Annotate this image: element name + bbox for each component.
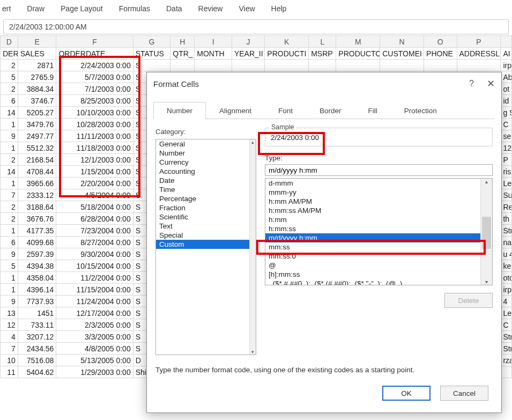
category-item[interactable]: Time [156, 185, 249, 194]
cell[interactable]: 2871 [18, 60, 56, 71]
cell[interactable]: ke [501, 260, 512, 272]
type-input[interactable] [265, 164, 493, 176]
cell[interactable]: 4358.04 [18, 272, 56, 284]
column-header[interactable]: G [133, 36, 170, 48]
cell[interactable]: 2333.12 [18, 189, 56, 201]
cell[interactable]: 5 [1, 260, 18, 272]
cell[interactable]: 7 [1, 343, 18, 355]
cell[interactable]: Str [501, 331, 512, 343]
data-header-cell[interactable]: QTR_ [170, 48, 195, 60]
type-option[interactable]: h:mm [265, 215, 480, 224]
cell[interactable]: 733.11 [18, 319, 56, 331]
data-header-cell[interactable]: YEAR_II [232, 48, 264, 60]
cell[interactable]: 9 [1, 130, 18, 142]
cell[interactable]: C [501, 319, 512, 331]
type-option[interactable]: _($* #,##0_);_($* (#,##0);_($* "-"_);_(@… [265, 279, 480, 285]
cell[interactable]: 4099.68 [18, 237, 56, 248]
cell[interactable]: 13 [1, 307, 18, 319]
data-header-cell[interactable]: PRODUCTO [336, 48, 380, 60]
tab-alignment[interactable]: Alignment [206, 102, 265, 119]
data-header-cell[interactable]: MSRP [309, 48, 336, 60]
cell[interactable]: 8/27/2004 0:00 [56, 237, 133, 248]
cell[interactable]: 9 [1, 248, 18, 260]
type-list[interactable]: d-mmmmmm-yyh:mm AM/PMh:mm:ss AM/PMh:mmh:… [265, 178, 493, 285]
type-option[interactable]: [h]:mm:ss [265, 270, 480, 279]
type-option[interactable]: mm:ss [265, 242, 480, 252]
cell[interactable]: 10/10/2003 0:00 [56, 107, 133, 119]
cell[interactable]: 1 [1, 272, 18, 284]
cell[interactable]: 10/28/2003 0:00 [56, 119, 133, 130]
tab-font[interactable]: Font [265, 102, 306, 119]
cell[interactable]: 3884.34 [18, 83, 56, 95]
cell[interactable]: 3479.76 [18, 119, 56, 130]
cell[interactable]: 14 [1, 107, 18, 119]
cell[interactable]: 1451 [18, 307, 56, 319]
type-option[interactable]: mm:ss.0 [265, 252, 480, 261]
cell[interactable] [501, 366, 512, 378]
data-header-cell[interactable]: STATUS [133, 48, 170, 60]
category-item[interactable]: Scientific [156, 212, 249, 222]
data-header-cell[interactable]: DER [1, 48, 18, 60]
cell[interactable]: 8/25/2003 0:00 [56, 95, 133, 107]
category-item[interactable]: Currency [156, 158, 249, 167]
ribbon-tab-ert[interactable]: ert [0, 3, 13, 14]
cell[interactable]: 1/29/2003 0:00 [56, 366, 133, 378]
ribbon-tab-draw[interactable]: Draw [25, 3, 47, 14]
cell[interactable]: 7/1/2003 0:00 [56, 83, 133, 95]
cell[interactable]: 2 [1, 83, 18, 95]
type-option[interactable]: @ [265, 261, 480, 270]
column-header[interactable]: F [56, 36, 133, 48]
cell[interactable]: 5/13/2005 0:00 [56, 355, 133, 366]
cell[interactable]: 5404.62 [18, 366, 56, 378]
type-option[interactable]: h:mm:ss [265, 224, 480, 233]
cell[interactable]: 5 [1, 71, 18, 83]
category-item[interactable]: Text [156, 222, 249, 231]
cell[interactable]: 4396.14 [18, 284, 56, 296]
tab-number[interactable]: Number [153, 102, 206, 119]
type-option[interactable]: m/d/yyyy h:mm [265, 233, 480, 242]
ribbon-tab-data[interactable]: Data [164, 3, 184, 14]
cell[interactable]: 6 [1, 237, 18, 248]
cell[interactable]: se [501, 130, 512, 142]
cell[interactable]: 11/15/2004 0:00 [56, 284, 133, 296]
cell[interactable]: 7 [1, 189, 18, 201]
data-header-cell[interactable]: ORDERDATE [56, 48, 133, 60]
delete-button[interactable]: Delete [444, 293, 493, 308]
ribbon-tab-help[interactable]: Help [269, 3, 289, 14]
cell[interactable]: 3207.12 [18, 331, 56, 343]
cell[interactable]: P [501, 154, 512, 166]
cell[interactable]: 4 [1, 331, 18, 343]
scrollbar-thumb[interactable] [482, 217, 491, 249]
cell[interactable] [457, 60, 501, 71]
cell[interactable]: Str [501, 225, 512, 237]
cancel-button[interactable]: Cancel [440, 386, 488, 401]
type-option[interactable]: h:mm AM/PM [265, 197, 480, 206]
cell[interactable]: 12/17/2004 0:00 [56, 307, 133, 319]
cell[interactable]: 6/28/2004 0:00 [56, 213, 133, 225]
cell[interactable]: 5205.27 [18, 107, 56, 119]
cell[interactable]: 11/18/2003 0:00 [56, 142, 133, 154]
cell[interactable] [195, 60, 232, 71]
tab-protection[interactable]: Protection [391, 102, 450, 119]
tab-fill[interactable]: Fill [355, 102, 391, 119]
cell[interactable]: 2 [1, 154, 18, 166]
cell[interactable]: 4 [501, 296, 512, 307]
column-header[interactable]: E [18, 36, 56, 48]
data-header-cell[interactable]: ADDRESSL [457, 48, 501, 60]
column-header[interactable]: H [170, 36, 195, 48]
ok-button[interactable]: OK [382, 386, 431, 401]
data-header-cell[interactable]: PHONE [424, 48, 457, 60]
cell[interactable]: 11/2/2004 0:00 [56, 272, 133, 284]
cell[interactable]: 2434.56 [18, 343, 56, 355]
tab-border[interactable]: Border [306, 102, 355, 119]
cell[interactable]: 9/30/2004 0:00 [56, 248, 133, 260]
cell[interactable]: 2597.39 [18, 248, 56, 260]
cell[interactable]: id [501, 95, 512, 107]
column-header[interactable]: N [380, 36, 424, 48]
data-header-cell[interactable]: SALES [18, 48, 56, 60]
cell[interactable]: 3746.7 [18, 95, 56, 107]
cell[interactable]: ot [501, 83, 512, 95]
cell[interactable]: 7/23/2004 0:00 [56, 225, 133, 237]
cell[interactable]: 1 [1, 119, 18, 130]
cell[interactable] [170, 60, 195, 71]
